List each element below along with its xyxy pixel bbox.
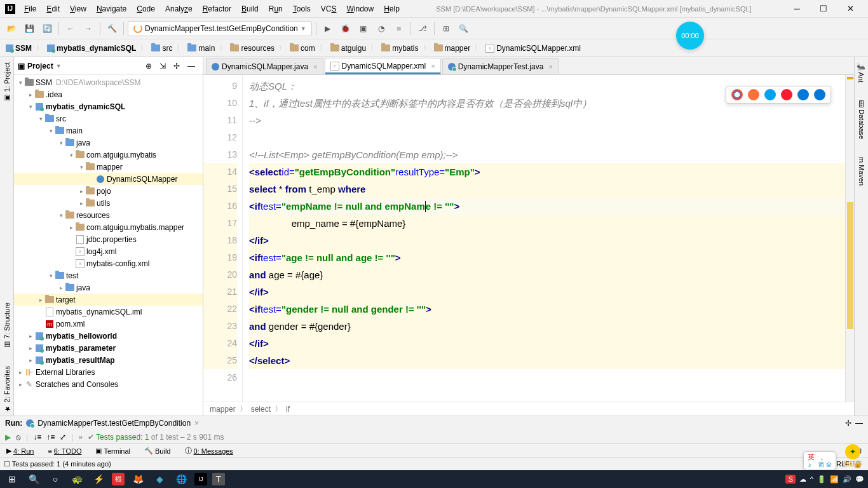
crumb-ssm[interactable]: SSM [4, 43, 34, 54]
tree-item[interactable]: ▸pojo [14, 185, 203, 197]
menu-file[interactable]: FFileile [20, 3, 40, 15]
opera-icon[interactable] [781, 89, 792, 100]
back-icon[interactable]: ← [63, 21, 78, 36]
close-icon[interactable]: × [194, 419, 199, 428]
tree-item[interactable]: ▾src [14, 112, 203, 125]
highlight-marker[interactable] [847, 202, 853, 329]
app-icon[interactable]: 福 [112, 473, 125, 485]
tree-item[interactable]: ▸java [14, 281, 203, 294]
tree-item[interactable]: ▾java [14, 137, 203, 149]
locate-icon[interactable]: ⊕ [146, 62, 157, 71]
tree-item[interactable]: ▾mapper [14, 161, 203, 173]
tree-item[interactable]: ▸com.atguigu.mybatis.mapper [14, 221, 203, 233]
vscode-icon[interactable]: ◆ [151, 472, 168, 486]
stop-icon[interactable]: ■ [391, 21, 407, 36]
crumb-file[interactable]: xDynamicSQLMapper.xml [484, 43, 583, 54]
run-icon[interactable]: ▶ [320, 21, 336, 36]
tree-item[interactable]: ▾main [14, 125, 203, 137]
tree-item[interactable]: ▸⊪External Libraries [14, 366, 203, 378]
intellij-icon[interactable]: IJ [194, 473, 207, 485]
code-area[interactable]: 91011121314151617181920212223242526 动态SQ… [203, 75, 854, 402]
menu-view[interactable]: View [66, 3, 90, 15]
tree-item[interactable]: mybatis_dynamicSQL.iml [14, 306, 203, 318]
code-content[interactable]: 动态SQL： 1、if，通过test属性中的表达式判断标签中的内容是否有效（是否… [243, 75, 845, 402]
menu-run[interactable]: Run [265, 3, 287, 15]
close-button[interactable]: ✕ [837, 2, 863, 16]
close-icon[interactable]: × [311, 63, 317, 71]
crumb-mapper[interactable]: mapper [432, 43, 473, 54]
debug-icon[interactable]: 🐞 [338, 21, 353, 36]
tab-xml[interactable]: xDynamicSQLMapper.xml× [325, 58, 441, 74]
search-icon[interactable]: 🔍 [25, 472, 42, 486]
build-icon[interactable]: 🔨 [104, 21, 119, 36]
start-icon[interactable]: ⊞ [4, 472, 20, 486]
settings-icon[interactable]: ✢ [173, 62, 185, 71]
app-icon[interactable]: T [212, 473, 225, 485]
tree-item[interactable]: ▾test [14, 269, 203, 281]
collapse-icon[interactable]: ⇲ [159, 62, 171, 71]
menu-refactor[interactable]: Refactor [199, 3, 235, 15]
database-tool-tab[interactable]: 🗄 Database [857, 98, 867, 142]
tray-up-icon[interactable]: ^ [810, 475, 813, 483]
menu-build[interactable]: Build [238, 3, 262, 15]
tab-test[interactable]: DynamicMapperTest.java× [442, 58, 559, 74]
tree-item[interactable]: jdbc.properties [14, 233, 203, 245]
toggle-icon[interactable]: ⦸ [16, 433, 21, 442]
firefox-icon[interactable]: 🦊 [130, 472, 146, 486]
notifications-icon[interactable]: 💬 [855, 475, 864, 484]
safari-icon[interactable] [764, 89, 776, 100]
maximize-button[interactable]: ☐ [811, 2, 836, 16]
hide-icon[interactable]: — [855, 419, 863, 428]
tree-item[interactable]: ▸utils [14, 197, 203, 209]
bc-mapper[interactable]: mapper [210, 405, 236, 414]
tree-item[interactable]: ▸mybatis_parameter [14, 342, 203, 354]
warning-marker[interactable] [847, 77, 853, 79]
crumb-module[interactable]: mybatis_dynamicSQL [45, 43, 138, 54]
edge-icon[interactable] [814, 89, 825, 100]
crumb-atguigu[interactable]: atguigu [329, 43, 368, 54]
wifi-icon[interactable]: 📶 [830, 475, 839, 484]
timer-bubble[interactable]: 00:00 [676, 22, 704, 50]
cortana-icon[interactable]: ○ [47, 472, 64, 486]
ime-panel[interactable]: 英♪ ，简 全 [803, 451, 836, 470]
tree-item[interactable]: ▸target [14, 294, 203, 306]
tree-item[interactable]: xmybatis-config.xml [14, 257, 203, 269]
refresh-icon[interactable]: 🔄 [39, 21, 55, 36]
tab-java[interactable]: DynamicSQLMapper.java× [206, 58, 323, 74]
favorites-tool-tab[interactable]: ★ 2: Favorites [1, 363, 12, 416]
expand-icon[interactable]: ⤢ [60, 433, 66, 442]
crumb-main[interactable]: main [186, 43, 217, 54]
menu-window[interactable]: Window [342, 3, 377, 15]
chrome-icon[interactable]: 🌐 [173, 472, 189, 486]
todo-tab[interactable]: ≡ 6: TODO [45, 446, 84, 456]
menu-code[interactable]: Code [133, 3, 159, 15]
menu-vcs[interactable]: VCS [317, 3, 341, 15]
git-icon[interactable]: ⎇ [415, 21, 430, 36]
messages-tab[interactable]: ⓘ 0: Messages [182, 445, 236, 457]
ant-tool-tab[interactable]: 🐜 Ant [856, 60, 867, 85]
maven-tool-tab[interactable]: m Maven [857, 154, 867, 188]
menu-navigate[interactable]: Navigate [93, 3, 130, 15]
app-icon[interactable]: ⚡ [90, 472, 107, 486]
firefox-icon[interactable] [748, 89, 759, 100]
save-icon[interactable]: 💾 [22, 21, 37, 36]
close-icon[interactable]: × [428, 62, 435, 70]
tree-item[interactable]: ▾mybatis_dynamicSQL [14, 100, 203, 112]
tree-item[interactable]: ▸mybatis_helloworld [14, 330, 203, 342]
coverage-icon[interactable]: ▣ [356, 21, 371, 36]
menu-analyze[interactable]: Analyze [161, 3, 196, 15]
structure-tool-tab[interactable]: ▤ 7: Structure [1, 300, 12, 351]
menu-help[interactable]: Help [380, 3, 403, 15]
bc-if[interactable]: if [286, 405, 290, 414]
tree-item[interactable]: ▸mybatis_resultMap [14, 354, 203, 366]
error-stripe[interactable] [845, 75, 854, 402]
tree-item[interactable]: ▾SSMD:\IDEA\workspace\SSM [14, 76, 203, 88]
forward-icon[interactable]: → [81, 21, 96, 36]
minimize-button[interactable]: ─ [784, 2, 810, 16]
volume-icon[interactable]: 🔊 [843, 475, 851, 484]
crumb-src[interactable]: src [149, 43, 174, 54]
app-icon[interactable]: 🐢 [69, 472, 85, 486]
tree-item[interactable]: ▾resources [14, 209, 203, 221]
tree-item[interactable]: xlog4j.xml [14, 245, 203, 257]
profile-icon[interactable]: ◔ [374, 21, 389, 36]
